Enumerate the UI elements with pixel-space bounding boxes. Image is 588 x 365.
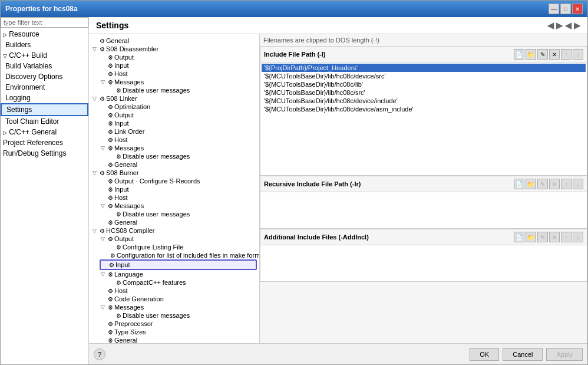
mtree-item-general[interactable]: ⚙ General [91,37,257,45]
mtree-item-s08d-host[interactable]: ⚙ Host [100,70,257,78]
add-file-button-a[interactable]: 📄 [514,232,524,242]
sidebar-item-cpp-general[interactable]: ▷ C/C++ General [1,127,88,137]
move-up-button[interactable]: ↑ [561,49,572,60]
mtree-item-hcs08c-language[interactable]: ▽⚙ Language [100,270,257,278]
add-file-button-r[interactable]: 📄 [514,179,524,189]
mtree-item-s08l-input[interactable]: ⚙ Input [100,119,257,127]
gear-icon: ⚙ [116,244,121,251]
mtree-item-hcs08c-compactcpp[interactable]: ⚙ CompactC++ features [108,278,257,287]
mtree-item-s08b-messages[interactable]: ▽⚙ Messages [100,202,257,210]
mtree-item-hcs08c-output[interactable]: ▽⚙ Output [100,235,257,243]
move-down-button-r[interactable]: ↓ [573,179,583,189]
sidebar-item-label: Tool Chain Editor [5,117,59,126]
mtree-item-s08l-optimization[interactable]: ⚙ Optimization [100,103,257,111]
mtree-item-hcs08c-config-list[interactable]: ⚙ Configuration for list of included fil… [108,251,257,259]
sidebar-item-run-debug[interactable]: Run/Debug Settings [1,148,88,159]
mtree-item-s08-disassembler[interactable]: ▽ ⚙ S08 Disassembler [91,45,257,53]
expand-icon: ▷ [3,32,7,38]
settings-title: Settings [96,21,128,30]
mtree-item-s08l-host[interactable]: ⚙ Host [100,136,257,144]
sidebar-item-build-variables[interactable]: Build Variables [1,61,88,71]
cancel-button[interactable]: Cancel [503,348,543,361]
expand-icon: ▷ [3,130,7,136]
sidebar-item-label: Project References [3,139,63,147]
mtree-label: Link Order [114,128,144,135]
mtree-item-s08b-input[interactable]: ⚙ Input [100,185,257,193]
mtree-item-s08b-host[interactable]: ⚙ Host [100,193,257,202]
ok-button[interactable]: OK [470,348,499,361]
delete-button[interactable]: ✕ [549,49,560,60]
move-up-button-r[interactable]: ↑ [561,179,572,189]
mtree-item-s08d-messages[interactable]: ▽⚙ Messages [100,78,257,86]
mtree-label: Messages [114,144,144,152]
sidebar-item-resource[interactable]: ▷ Resource [1,29,88,40]
list-item[interactable]: '${MCUToolsBaseDir}/lib/hc08c/device/asm… [262,105,586,113]
mtree-item-s08d-disable-msgs[interactable]: ⚙ Disable user messages [108,86,257,94]
sidebar-item-logging[interactable]: Logging [1,93,88,103]
gear-icon: ⚙ [108,195,113,201]
gear-icon: ⚙ [108,71,113,77]
mtree-label: Code Generation [114,295,164,302]
mtree-item-s08d-input[interactable]: ⚙ Input [100,61,257,70]
mtree-item-s08l-general[interactable]: ⚙ General [100,160,257,169]
gear-icon: ⚙ [100,46,105,52]
add-folder-button-a[interactable]: 📁 [526,232,536,242]
list-item[interactable]: '${MCUToolsBaseDir}/lib/hc08c/lib' [262,80,586,88]
mtree-item-hcs08c-input[interactable]: ⚙ Input [100,259,257,270]
sidebar-item-builders[interactable]: Builders [1,40,88,50]
edit-button-a[interactable]: ✎ [537,232,548,242]
mtree-label: Messages [114,78,144,86]
sidebar-item-settings[interactable]: Settings [1,103,88,116]
sidebar-item-label: Logging [5,94,31,102]
maximize-button[interactable]: □ [560,4,571,14]
mtree-item-s08-burner[interactable]: ▽ ⚙ S08 Burner [91,169,257,177]
mtree-item-hcs08c-general[interactable]: ⚙ General [100,336,257,343]
mtree-item-hcs08c-messages[interactable]: ▽⚙ Messages [100,303,257,311]
close-button[interactable]: ✕ [572,4,583,14]
mtree-item-hcs08c-preprocessor[interactable]: ⚙ Preprocessor [100,320,257,328]
mtree-item-hcs08c-disable-msgs[interactable]: ⚙ Disable user messages [108,311,257,320]
sidebar-item-project-references[interactable]: Project References [1,137,88,148]
sidebar-item-environment[interactable]: Environment [1,82,88,93]
mtree-item-s08l-output[interactable]: ⚙ Output [100,111,257,119]
minimize-button[interactable]: — [549,4,559,14]
help-button[interactable]: ? [94,348,105,360]
mtree-item-s08d-output[interactable]: ⚙ Output [100,53,257,61]
move-down-button-a[interactable]: ↓ [573,232,583,242]
add-file-button[interactable]: 📄 [514,49,524,60]
delete-button-r[interactable]: ✕ [549,179,560,189]
mtree-item-hcs08c-code-gen[interactable]: ⚙ Code Generation [100,295,257,303]
mtree-item-s08l-disable-msgs[interactable]: ⚙ Disable user messages [108,152,257,160]
mtree-item-s08l-messages[interactable]: ▽⚙ Messages [100,144,257,152]
list-item[interactable]: '${MCUToolsBaseDir}/lib/hc08c/src' [262,88,586,97]
sidebar-item-discovery-options[interactable]: Discovery Options [1,71,88,82]
list-item[interactable]: '${ProjDirPath}/Project_Headers' [262,64,586,72]
expand-icon: ▽ [101,203,107,209]
mtree-item-s08l-link-order[interactable]: ⚙ Link Order [100,127,257,136]
s08-disassembler-children: ⚙ Output ⚙ Input ⚙ Host ▽⚙ Messages ⚙ Di… [91,53,257,94]
list-item[interactable]: '${MCUToolsBaseDir}/lib/hc08c/device/inc… [262,97,586,105]
mtree-item-s08b-disable-msgs[interactable]: ⚙ Disable user messages [108,210,257,218]
mtree-item-hcs08-compiler[interactable]: ▽ ⚙ HCS08 Compiler [91,226,257,235]
list-item[interactable]: '${MCUToolsBaseDir}/lib/hc08c/device/src… [262,72,586,80]
sidebar-item-label: C/C++ General [9,128,57,136]
edit-button[interactable]: ✎ [537,49,548,60]
mtree-item-s08b-output[interactable]: ⚙ Output - Configure S-Records [100,177,257,185]
add-folder-button[interactable]: 📁 [526,49,536,60]
mtree-item-hcs08c-type-sizes[interactable]: ⚙ Type Sizes [100,328,257,336]
add-folder-button-r[interactable]: 📁 [526,179,536,189]
sidebar-item-cpp-build[interactable]: ▽ C/C++ Build [1,50,88,61]
edit-button-r[interactable]: ✎ [537,179,548,189]
move-up-button-a[interactable]: ↑ [561,232,572,242]
mtree-item-s08-linker[interactable]: ▽ ⚙ S08 Linker [91,94,257,103]
sidebar-item-tool-chain-editor[interactable]: Tool Chain Editor [1,116,88,127]
mtree-item-hcs08c-host[interactable]: ⚙ Host [100,287,257,295]
include-file-path-section: Include File Path (-I) 📄 📁 ✎ ✕ ↑ ↓ [260,46,587,176]
move-down-button[interactable]: ↓ [573,49,583,60]
mtree-item-hcs08c-listing[interactable]: ⚙ Configure Listing File [108,243,257,251]
mtree-label: S08 Linker [106,95,137,102]
filter-input[interactable] [1,17,88,28]
apply-button[interactable]: Apply [546,348,583,361]
delete-button-a[interactable]: ✕ [549,232,560,242]
mtree-item-s08b-general[interactable]: ⚙ General [100,218,257,226]
